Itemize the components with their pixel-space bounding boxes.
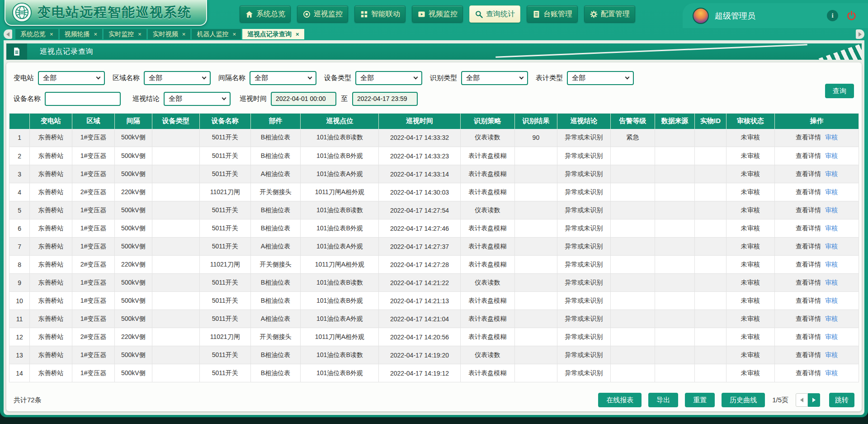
tabs-scroll-right-icon[interactable] (856, 29, 864, 39)
view-detail-link[interactable]: 查看详情 (796, 261, 821, 268)
cell: 11021刀闸 (199, 183, 250, 201)
audit-link[interactable]: 审核 (825, 333, 838, 340)
audit-link[interactable]: 审核 (825, 133, 838, 141)
nav-button-query-statistics[interactable]: 查询统计 (469, 5, 520, 23)
cell (514, 310, 557, 328)
end-datetime-input[interactable]: 2022-04-17 23:59 (352, 92, 418, 106)
audit-link[interactable]: 审核 (825, 206, 838, 214)
logout-power-icon[interactable] (846, 10, 857, 21)
cell: 表计表盘模糊 (460, 165, 514, 183)
reset-button[interactable]: 重置 (685, 393, 715, 407)
audit-link[interactable]: 审核 (825, 315, 838, 322)
view-detail-link[interactable]: 查看详情 (796, 206, 821, 214)
next-page-icon[interactable] (808, 393, 820, 407)
view-detail-link[interactable]: 查看详情 (796, 279, 821, 286)
history-curve-button[interactable]: 历史曲线 (722, 393, 765, 407)
audit-link[interactable]: 审核 (825, 297, 838, 304)
filter-select-3[interactable]: 全部 (250, 71, 316, 85)
nav-button-inspection-monitor[interactable]: 巡视监控 (297, 5, 348, 23)
close-icon[interactable]: × (232, 31, 236, 37)
cell (655, 346, 694, 364)
prev-page-icon[interactable] (796, 393, 808, 407)
view-detail-link[interactable]: 查看详情 (796, 315, 821, 322)
audit-link[interactable]: 审核 (825, 369, 838, 376)
cell (655, 238, 694, 256)
nav-button-system-overview[interactable]: 系统总览 (240, 5, 291, 23)
cell (655, 364, 694, 382)
nav-button-ledger-management[interactable]: 台账管理 (527, 5, 578, 23)
audit-link[interactable]: 审核 (825, 261, 838, 268)
cell (655, 292, 694, 310)
filter-select-2[interactable]: 全部 (144, 71, 211, 85)
conclusion-select[interactable]: 全部 (164, 92, 231, 106)
nav-label: 系统总览 (256, 10, 285, 19)
cell: 4 (9, 183, 30, 201)
tab-active[interactable]: 巡视点记录查询× (242, 29, 304, 39)
cell: 异常或未识别 (557, 238, 610, 256)
online-report-button[interactable]: 在线报表 (598, 393, 642, 407)
tab-item[interactable]: 系统总览× (15, 29, 58, 39)
nav-button-smart-linkage[interactable]: 智能联动 (354, 5, 406, 23)
view-detail-link[interactable]: 查看详情 (796, 243, 821, 250)
nav-button-video-monitor[interactable]: 视频监控 (412, 5, 463, 23)
view-detail-link[interactable]: 查看详情 (796, 188, 821, 195)
chevron-down-icon (96, 75, 101, 79)
view-detail-link[interactable]: 查看详情 (796, 297, 821, 304)
filter-label: 巡视时间 (240, 95, 267, 103)
filter-select-5[interactable]: 全部 (461, 71, 528, 85)
cell (655, 328, 694, 346)
tab-item[interactable]: 实时视频× (148, 29, 191, 39)
audit-link[interactable]: 审核 (825, 170, 838, 177)
user-avatar[interactable] (693, 8, 709, 24)
audit-link[interactable]: 审核 (825, 224, 838, 232)
filter-select-4[interactable]: 全部 (355, 71, 422, 85)
close-icon[interactable]: × (182, 31, 186, 37)
info-icon[interactable] (827, 10, 838, 21)
tab-label: 视频轮播 (65, 30, 90, 38)
close-icon[interactable]: × (138, 31, 142, 37)
cell: 101油位表B读数 (301, 346, 379, 364)
cell: 1#变压器 (72, 147, 115, 165)
eye-icon (302, 10, 311, 19)
view-detail-link[interactable]: 查看详情 (796, 369, 821, 376)
cell: 东善桥站 (30, 183, 72, 201)
view-detail-link[interactable]: 查看详情 (796, 224, 821, 232)
cell: 5011开关 (199, 238, 250, 256)
page-title: 巡视点记录查询 (40, 47, 94, 57)
tabs-scroll-left-icon[interactable] (4, 29, 12, 39)
main-nav: 系统总览巡视监控智能联动视频监控查询统计台账管理配置管理 (240, 5, 635, 23)
start-datetime-input[interactable]: 2022-04-01 00:00 (271, 92, 336, 106)
view-detail-link[interactable]: 查看详情 (796, 170, 821, 177)
cell: 11 (9, 310, 30, 328)
device-name-input[interactable] (45, 92, 121, 106)
search-button[interactable]: 查询 (825, 84, 854, 98)
audit-link[interactable]: 审核 (825, 152, 838, 159)
cell (514, 201, 557, 219)
jump-button[interactable]: 跳转 (829, 393, 854, 407)
audit-link[interactable]: 审核 (825, 188, 838, 195)
view-detail-link[interactable]: 查看详情 (796, 133, 821, 141)
view-detail-link[interactable]: 查看详情 (796, 152, 821, 159)
audit-link[interactable]: 审核 (825, 243, 838, 250)
close-icon[interactable]: × (296, 31, 299, 37)
tab-item[interactable]: 视频轮播× (60, 29, 103, 39)
cell: 2 (9, 147, 30, 165)
cell (611, 147, 655, 165)
cell (655, 129, 694, 147)
tab-item[interactable]: 实时监控× (104, 29, 146, 39)
view-detail-link[interactable]: 查看详情 (796, 333, 821, 340)
audit-link[interactable]: 审核 (825, 351, 838, 358)
filter-select-6[interactable]: 全部 (567, 71, 634, 85)
close-icon[interactable]: × (94, 31, 98, 37)
export-button[interactable]: 导出 (648, 393, 678, 407)
nav-button-config-management[interactable]: 配置管理 (584, 5, 635, 23)
tab-item[interactable]: 机器人监控× (192, 29, 241, 39)
filter-select-1[interactable]: 全部 (38, 71, 105, 85)
audit-link[interactable]: 审核 (825, 279, 838, 286)
view-detail-link[interactable]: 查看详情 (796, 351, 821, 358)
close-icon[interactable]: × (50, 31, 53, 37)
cell: 2022-04-17 14:33:23 (379, 147, 460, 165)
tab-label: 机器人监控 (197, 30, 228, 38)
cell: 2022-04-17 14:19:12 (379, 364, 460, 382)
cell: 表计表盘模糊 (460, 183, 514, 201)
